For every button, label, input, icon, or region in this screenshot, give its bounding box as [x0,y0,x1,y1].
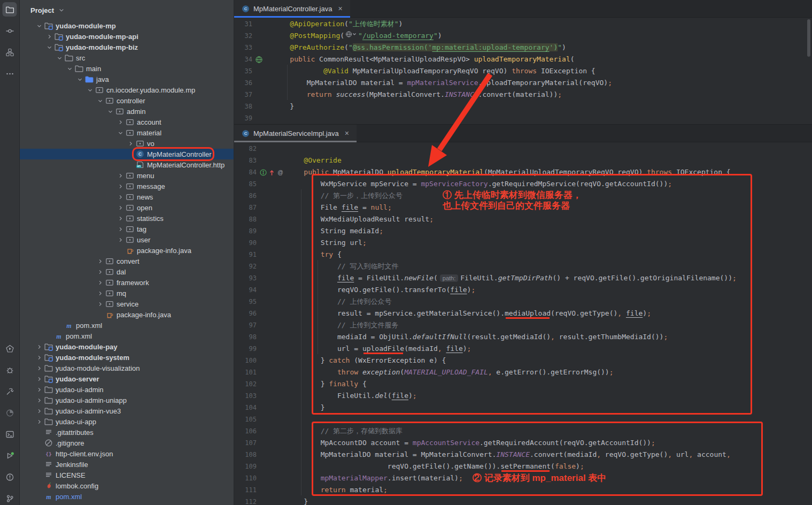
chevron-right-icon[interactable] [126,139,135,148]
line-number[interactable]: 90 [234,239,257,247]
chevron-down-icon[interactable] [86,86,94,94]
tree-item-yudao-ui-app[interactable]: yudao-ui-app [20,416,234,427]
git-branch-icon[interactable] [3,491,17,505]
chevron-down-icon[interactable] [96,96,104,105]
code-text[interactable]: // 写入到临时文件 [287,261,398,272]
chevron-down-icon[interactable] [58,6,65,14]
chevron-right-icon[interactable] [35,374,43,383]
line-number[interactable]: 95 [234,298,257,305]
code-text[interactable]: // 上传到文件服务 [287,319,398,331]
chevron-down-icon[interactable] [75,75,84,83]
code-text[interactable]: result = mpService.getMaterialService().… [287,308,651,319]
line-number[interactable]: 32 [234,32,252,40]
tree-item-license[interactable]: LICENSE [20,470,234,480]
line-number[interactable]: 37 [234,91,252,98]
code-text[interactable]: reqVO.getFile().getName()).setPermanent(… [287,461,584,472]
code-text[interactable]: } catch (WxErrorException e) { [287,355,446,366]
tree-item-controller[interactable]: controller [20,95,234,106]
line-number[interactable]: 102 [234,380,257,388]
chevron-right-icon[interactable] [116,193,125,201]
line-number[interactable]: 107 [234,439,257,447]
tree-item-dal[interactable]: dal [20,266,234,277]
tree-item-mq[interactable]: mq [20,288,234,299]
line-number[interactable]: 112 [234,498,257,505]
chevron-right-icon[interactable] [35,353,43,362]
chevron-right-icon[interactable] [35,396,43,404]
tree-item-mpmaterialcontroller[interactable]: CMpMaterialController [20,149,234,159]
code-text[interactable]: MpAccountDO account = mpAccountService.g… [287,437,655,449]
code-text[interactable]: } [273,101,294,112]
chevron-right-icon[interactable] [96,300,104,308]
tree-item-framework[interactable]: framework [20,277,234,288]
code-text[interactable]: } [287,496,308,505]
tree-item-http-client-env-json[interactable]: {}http-client.env.json [20,448,234,459]
chevron-down-icon[interactable] [45,43,53,51]
tree-item-package-info-java[interactable]: package-info.java [20,309,234,320]
chevron-right-icon[interactable] [45,32,53,41]
chevron-right-icon[interactable] [116,182,125,190]
line-number[interactable]: 94 [234,286,257,294]
structure-icon[interactable] [3,45,17,59]
line-number[interactable]: 88 [234,216,257,223]
code-text[interactable]: // 上传到公众号 [287,296,391,308]
line-number[interactable]: 83 [234,157,257,164]
chevron-right-icon[interactable] [35,417,43,426]
line-number[interactable]: 111 [234,486,257,494]
code-text[interactable]: public MpMaterialDO uploadTemporaryMater… [287,166,731,178]
line-number[interactable]: 87 [234,204,257,211]
tree-item-java[interactable]: java [20,74,234,85]
code-text[interactable]: FileUtil.del(file); [287,390,417,402]
tree-item-mpmaterialcontroller-http[interactable]: APIMpMaterialController.http [20,159,234,170]
scrollbar-thumb[interactable] [807,19,810,57]
tree-item-vo[interactable]: vo [20,138,234,149]
line-number[interactable]: 100 [234,357,257,364]
coverage-icon[interactable] [3,405,17,420]
tree-item-package-info-java[interactable]: package-info.java [20,245,234,256]
line-number[interactable]: 110 [234,475,257,482]
tree-item-statistics[interactable]: statistics [20,213,234,224]
tree-item-user[interactable]: user [20,234,234,245]
close-icon[interactable]: × [338,4,342,13]
tree-item-pom-xml[interactable]: mpom.xml [20,491,234,502]
code-text[interactable]: // 第二步，存储到数据库 [287,425,403,437]
chevron-down-icon[interactable] [35,21,43,30]
tree-item-open[interactable]: open [20,202,234,213]
chevron-right-icon[interactable] [116,235,125,244]
line-number[interactable]: 34 [234,56,252,63]
line-number[interactable]: 108 [234,451,257,458]
tree-item-jenkinsfile[interactable]: Jenkinsfile [20,459,234,470]
line-number[interactable]: 39 [234,114,252,122]
chevron-right-icon[interactable] [96,257,104,265]
tree-item--gitattributes[interactable]: .gitattributes [20,427,234,438]
tree-item-tag[interactable]: tag [20,224,234,234]
line-number[interactable]: 92 [234,263,257,270]
tree-item--gitignore[interactable]: .gitignore [20,438,234,448]
chevron-down-icon[interactable] [106,107,114,116]
line-number[interactable]: 106 [234,427,257,435]
chevron-right-icon[interactable] [35,342,43,351]
line-number[interactable]: 104 [234,404,257,411]
debug-icon[interactable] [3,363,17,377]
code-text[interactable]: try { [287,249,342,261]
line-number[interactable]: 35 [234,67,252,75]
line-number[interactable]: 89 [234,227,257,235]
tree-item-yudao-ui-admin-vue3[interactable]: yudao-ui-admin-vue3 [20,405,234,416]
run-icon[interactable] [3,341,17,356]
line-number[interactable]: 38 [234,103,252,110]
chevron-right-icon[interactable] [96,267,104,276]
tree-item-yudao-ui-admin-uniapp[interactable]: yudao-ui-admin-uniapp [20,395,234,405]
line-number[interactable]: 31 [234,20,252,28]
tree-item-yudao-module-mp-biz[interactable]: yudao-module-mp-biz [20,42,234,52]
line-number[interactable]: 97 [234,322,257,329]
code-text[interactable]: } [287,402,324,414]
line-number[interactable]: 86 [234,192,257,200]
code-text[interactable]: url = uploadFile(mediaId, file); [287,343,471,355]
project-folder-icon[interactable] [3,2,17,17]
tree-item-main[interactable]: main [20,63,234,74]
tree-item-admin[interactable]: admin [20,106,234,117]
chevron-right-icon[interactable] [116,118,125,126]
line-number[interactable]: 85 [234,180,257,188]
code-text[interactable]: @PostMapping("/upload-temporary") [273,30,442,42]
code-text[interactable]: file = FileUtil.newFile(path:FileUtil.ge… [287,272,737,284]
code-text[interactable]: return material; [287,484,388,496]
